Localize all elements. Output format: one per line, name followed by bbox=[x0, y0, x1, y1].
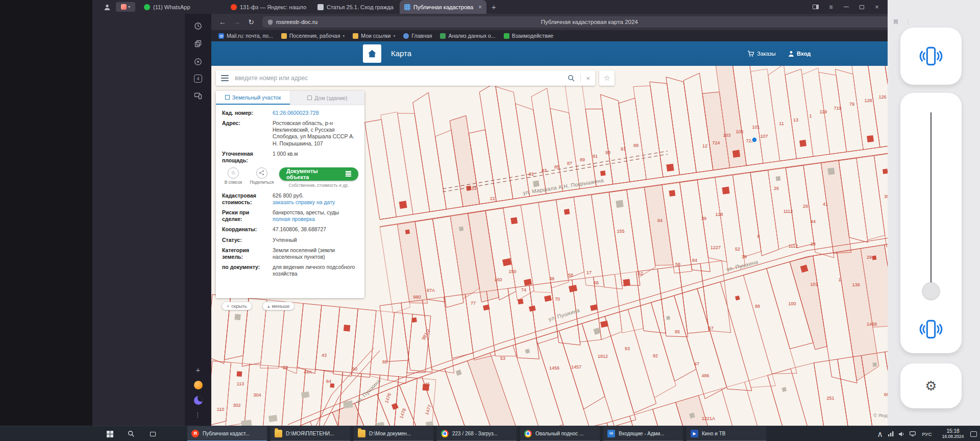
extensions-badge[interactable]: 4 bbox=[194, 75, 202, 83]
search-icon[interactable] bbox=[568, 75, 575, 82]
bookmark-item-3[interactable]: Мои ссылки▾ bbox=[353, 33, 395, 39]
bookmark-item-4[interactable]: Главная bbox=[403, 33, 432, 39]
new-tab-button[interactable]: + bbox=[492, 3, 496, 11]
maximize-button[interactable] bbox=[854, 0, 869, 14]
history-icon[interactable] bbox=[193, 21, 203, 31]
sheet-icon bbox=[440, 33, 446, 39]
bookmark-item-5[interactable]: Анализ данных о... bbox=[440, 33, 495, 39]
field-action-link[interactable]: полная проверка bbox=[273, 216, 358, 223]
taskbar-app-1[interactable]: ЯПубличная кадаст... bbox=[187, 426, 267, 441]
field-value: Земли поселений (земли населенных пункто… bbox=[273, 247, 358, 260]
parcel-boundary bbox=[407, 314, 431, 373]
parcel-number-label: 1457 bbox=[571, 364, 581, 370]
address-bar: ← → ↻ rosreestr-doc.ru Публичная кадастр… bbox=[211, 14, 980, 30]
vibrate-toggle-card[interactable] bbox=[900, 28, 962, 85]
share-button[interactable]: Поделиться bbox=[251, 167, 273, 185]
home-button[interactable] bbox=[363, 44, 381, 63]
orders-button[interactable]: Заказы bbox=[747, 41, 776, 66]
clear-search-icon[interactable]: × bbox=[586, 75, 590, 82]
close-window-button[interactable]: × bbox=[869, 0, 885, 14]
video-icon[interactable] bbox=[193, 57, 203, 67]
slider-knob[interactable] bbox=[922, 282, 940, 300]
parcel-boundary bbox=[848, 66, 880, 150]
panel-field-1: Кад. номер:61:26:0600023:728 bbox=[222, 110, 358, 116]
url-more-icon[interactable]: ⋮ bbox=[905, 18, 912, 26]
night-mode-icon[interactable] bbox=[194, 396, 203, 405]
browser-tab-1[interactable]: (11) WhatsApp bbox=[139, 0, 226, 14]
hide-panel-button[interactable]: × скрыть bbox=[222, 302, 252, 310]
field-label: Статус: bbox=[222, 237, 269, 243]
search-input[interactable] bbox=[234, 74, 562, 82]
field-value: для ведения личного подсобного хозяйства bbox=[273, 264, 358, 277]
tab-groups-button[interactable]: ▾ bbox=[116, 2, 135, 12]
parcel-number-label: 85 bbox=[554, 164, 559, 169]
selected-parcel-marker[interactable] bbox=[752, 137, 757, 142]
browser-tab-2[interactable]: 131-фз — Яндекс: нашло bbox=[226, 0, 313, 14]
building-footprint bbox=[593, 328, 600, 335]
building-footprint bbox=[544, 295, 552, 302]
browser-tab-3[interactable]: Статья 25.1. Сход гражда bbox=[313, 0, 400, 14]
taskbar-app-4[interactable]: 223 / 268 - Загруз... bbox=[437, 426, 517, 441]
taskbar-app-6[interactable]: ✉Входящие - Адми... bbox=[603, 426, 683, 441]
tab-building[interactable]: Дом (здание) bbox=[290, 91, 364, 105]
browser-profile-icon[interactable] bbox=[103, 3, 112, 12]
taskbar-app-2[interactable]: D:\МОЯ\ПЛЕТЕНИ... bbox=[271, 426, 350, 441]
browser-tab-4[interactable]: Публичная кадастрова× bbox=[400, 0, 486, 14]
parcel-boundary bbox=[381, 112, 413, 217]
menu-hamburger-icon[interactable] bbox=[221, 75, 229, 81]
taskbar-search-button[interactable] bbox=[122, 426, 140, 441]
bookmark-item-6[interactable]: Взаимодействие bbox=[504, 33, 554, 39]
tray-expand-icon[interactable]: ∧ bbox=[875, 426, 885, 441]
phone-vibrate-button[interactable] bbox=[919, 317, 943, 343]
monitor-icon[interactable] bbox=[908, 426, 918, 441]
field-value-link[interactable]: 61:26:0600023:728 bbox=[273, 110, 358, 116]
close-tab-icon[interactable]: × bbox=[478, 4, 482, 10]
start-button[interactable] bbox=[101, 426, 118, 441]
devices-icon[interactable] bbox=[193, 90, 203, 101]
object-documents-button[interactable]: Документы объекта bbox=[279, 167, 358, 181]
parcel-boundary bbox=[444, 294, 473, 358]
notification-icon bbox=[970, 431, 977, 437]
panel-fields: Кад. номер:61:26:0600023:728Адрес:Ростов… bbox=[222, 110, 358, 164]
tab-parcel[interactable]: Земельный участок bbox=[216, 91, 290, 105]
taskbar-app-5[interactable]: Овальный поднос ... bbox=[520, 426, 600, 441]
save-flag-icon[interactable] bbox=[893, 19, 898, 25]
share-label: Поделиться bbox=[250, 180, 274, 185]
language-indicator[interactable]: РУС bbox=[919, 426, 935, 441]
notification-center-button[interactable] bbox=[969, 426, 978, 441]
parcel-boundary bbox=[508, 285, 539, 359]
url-field[interactable]: rosreestr-doc.ru Публичная кадастровая к… bbox=[262, 16, 917, 28]
taskbar-clock[interactable]: 15:18 16.08.2024 bbox=[937, 426, 969, 441]
network-icon[interactable] bbox=[886, 426, 896, 441]
field-value: Учтенный bbox=[273, 237, 358, 243]
forward-icon[interactable]: → bbox=[230, 18, 244, 26]
field-action-link[interactable]: заказать справку на дату bbox=[273, 199, 358, 206]
collapse-panel-button[interactable]: ▴ меньше bbox=[262, 302, 295, 310]
taskbar-app-7[interactable]: ▶Кино и ТВ bbox=[687, 426, 766, 441]
divider bbox=[580, 74, 581, 82]
favorites-button[interactable]: ☆ bbox=[599, 70, 615, 86]
yandex-zen-icon[interactable] bbox=[194, 381, 203, 389]
parcel-boundary bbox=[365, 119, 397, 219]
mail-icon: ✉ bbox=[607, 430, 615, 437]
task-view-button[interactable] bbox=[144, 426, 161, 441]
bookmark-item-1[interactable]: @Mail.ru: почта, по... bbox=[218, 33, 273, 39]
taskbar-app-3[interactable]: D:\Мои докумен... bbox=[354, 426, 433, 441]
side-panel-toggle-icon[interactable] bbox=[808, 0, 823, 14]
back-icon[interactable]: ← bbox=[215, 18, 230, 26]
sidebar-more-icon[interactable]: ⋮ bbox=[195, 411, 202, 419]
parcel-boundary bbox=[679, 263, 709, 333]
minimize-button[interactable] bbox=[839, 0, 854, 14]
bookmarks-icon[interactable] bbox=[193, 39, 203, 49]
gear-icon: ⚙ bbox=[925, 378, 937, 394]
browser-menu-icon[interactable]: ≡ bbox=[823, 0, 839, 14]
volume-icon[interactable] bbox=[897, 426, 907, 441]
add-to-list-button[interactable]: ☆ В список bbox=[222, 167, 244, 185]
login-button[interactable]: Вход bbox=[788, 41, 811, 66]
site-nav-map[interactable]: Карта bbox=[391, 41, 411, 66]
parcel-boundary bbox=[468, 353, 523, 426]
settings-card[interactable]: ⚙ bbox=[900, 363, 962, 408]
refresh-icon[interactable]: ↻ bbox=[244, 18, 258, 26]
add-panel-icon[interactable]: + bbox=[196, 365, 201, 374]
bookmark-item-2[interactable]: Поселения, рабочая▾ bbox=[281, 33, 345, 39]
